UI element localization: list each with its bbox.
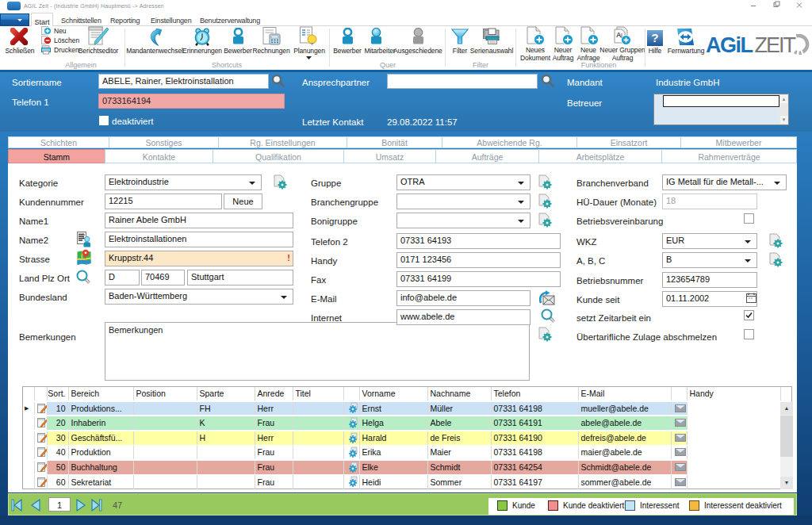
svg-text:A: A — [616, 31, 622, 39]
svg-text:?: ? — [651, 31, 658, 44]
